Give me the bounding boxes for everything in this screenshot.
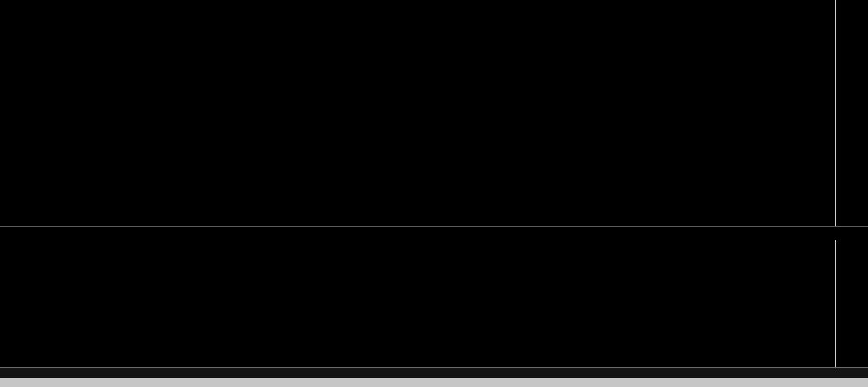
chart-canvas[interactable] [0, 0, 868, 387]
mt4-terminal [0, 0, 868, 387]
price-axis-border [835, 0, 836, 367]
status-bar [0, 367, 868, 378]
time-axis[interactable] [0, 378, 868, 387]
indicator-header [0, 226, 868, 240]
